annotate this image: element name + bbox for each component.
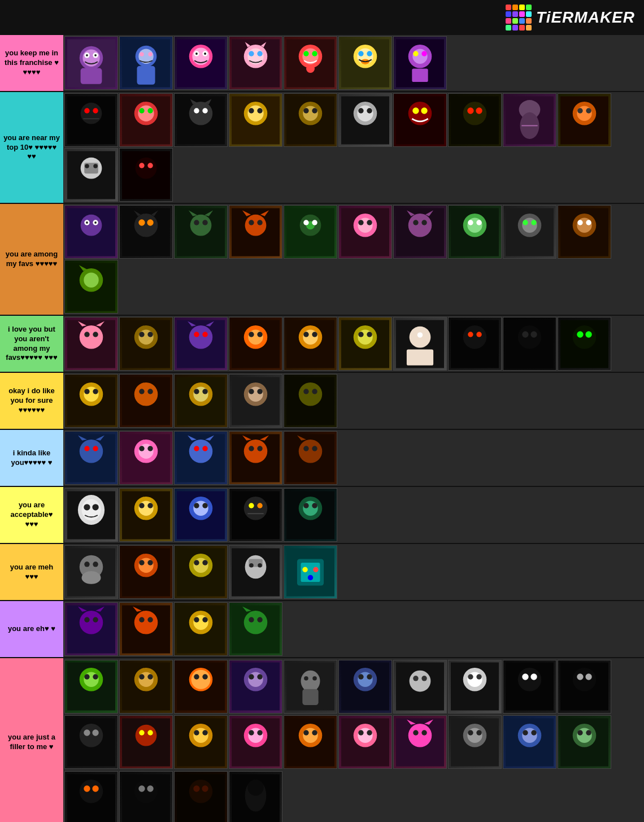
tiermaker-logo: TiERMAKER	[506, 5, 635, 31]
list-item	[119, 545, 173, 599]
tier-label-7: you are acceptable♥ ♥♥♥	[0, 487, 63, 543]
svg-point-326	[312, 676, 317, 681]
svg-point-316	[202, 675, 207, 680]
list-item	[64, 260, 118, 314]
svg-point-356	[147, 730, 153, 735]
svg-point-155	[147, 332, 153, 337]
svg-point-185	[522, 331, 528, 337]
svg-point-388	[522, 728, 537, 742]
list-item	[174, 488, 228, 542]
list-item	[229, 545, 282, 599]
list-item	[119, 431, 173, 485]
svg-point-297	[202, 617, 207, 622]
list-item	[393, 715, 447, 769]
svg-point-342	[518, 668, 542, 691]
list-item	[119, 715, 173, 769]
svg-point-190	[585, 331, 591, 337]
svg-point-28	[302, 48, 318, 64]
svg-point-153	[138, 329, 153, 344]
list-item	[284, 715, 337, 769]
svg-point-41	[413, 51, 418, 56]
svg-point-242	[138, 501, 153, 515]
tier-items-7	[63, 487, 644, 543]
svg-point-60	[249, 108, 254, 113]
list-item	[338, 715, 392, 769]
list-item	[64, 93, 118, 147]
list-item	[64, 431, 118, 485]
svg-point-407	[202, 785, 208, 791]
svg-point-249	[202, 503, 207, 508]
svg-point-113	[249, 220, 254, 225]
logo-cell	[506, 18, 511, 24]
svg-point-233	[303, 446, 308, 451]
logo-cell	[512, 11, 518, 17]
svg-point-119	[312, 220, 317, 225]
svg-point-325	[304, 676, 308, 681]
svg-point-51	[139, 108, 144, 113]
svg-point-128	[421, 220, 427, 225]
svg-point-385	[476, 730, 481, 735]
list-item	[558, 93, 611, 147]
svg-point-180	[463, 325, 487, 349]
list-item	[229, 36, 282, 90]
list-item	[119, 317, 173, 371]
svg-point-394	[577, 730, 582, 735]
svg-point-248	[194, 503, 199, 508]
svg-point-209	[257, 389, 262, 394]
list-item	[229, 374, 282, 428]
list-item	[393, 36, 447, 90]
svg-point-79	[476, 107, 482, 114]
svg-point-305	[84, 675, 89, 680]
tier-label-4: i love you but you aren't among my favs♥…	[0, 316, 63, 372]
svg-point-182	[476, 332, 481, 337]
tier-label-8: you are meh ♥♥♥	[0, 544, 63, 600]
list-item	[284, 545, 337, 599]
svg-rect-177	[407, 349, 433, 365]
list-item	[229, 431, 282, 485]
svg-point-157	[189, 325, 213, 349]
logo-grid-icon	[506, 5, 532, 31]
svg-point-405	[189, 780, 213, 803]
svg-point-262	[84, 562, 89, 567]
logo-cell	[512, 25, 518, 31]
list-item	[174, 93, 228, 147]
svg-point-364	[248, 728, 263, 742]
svg-point-66	[312, 108, 317, 113]
svg-point-138	[531, 220, 536, 225]
svg-point-50	[138, 105, 154, 121]
svg-point-20	[204, 53, 206, 55]
svg-point-338	[467, 672, 482, 687]
svg-point-131	[467, 218, 482, 232]
svg-point-87	[586, 108, 591, 113]
svg-point-320	[249, 675, 254, 680]
svg-point-283	[313, 567, 318, 572]
tier-items-2	[63, 92, 644, 203]
svg-point-277	[249, 563, 254, 567]
svg-point-261	[82, 571, 101, 584]
svg-point-403	[147, 785, 153, 791]
list-item	[338, 317, 392, 371]
tier-row-4: i love you but you aren't among my favs♥…	[0, 316, 644, 373]
svg-point-159	[202, 332, 207, 337]
list-item	[119, 660, 173, 714]
svg-point-344	[530, 674, 537, 680]
svg-point-310	[139, 675, 144, 680]
svg-point-284	[308, 575, 313, 580]
list-item	[174, 602, 228, 656]
svg-point-232	[299, 439, 323, 463]
svg-point-213	[312, 389, 317, 394]
list-item	[229, 715, 282, 769]
svg-point-85	[577, 106, 591, 120]
svg-point-263	[93, 562, 98, 567]
svg-point-19	[195, 53, 198, 55]
list-item	[64, 148, 118, 202]
svg-point-401	[134, 780, 158, 803]
tier-row-7: you are acceptable♥ ♥♥♥	[0, 487, 644, 544]
tier-row-5: okay i do like you for sure ♥♥♥♥♥♥	[0, 373, 644, 430]
svg-point-12	[148, 52, 153, 56]
svg-point-162	[248, 329, 263, 344]
logo-cell	[506, 5, 511, 10]
svg-point-340	[476, 675, 481, 680]
svg-point-52	[147, 108, 153, 113]
list-item	[229, 205, 282, 259]
